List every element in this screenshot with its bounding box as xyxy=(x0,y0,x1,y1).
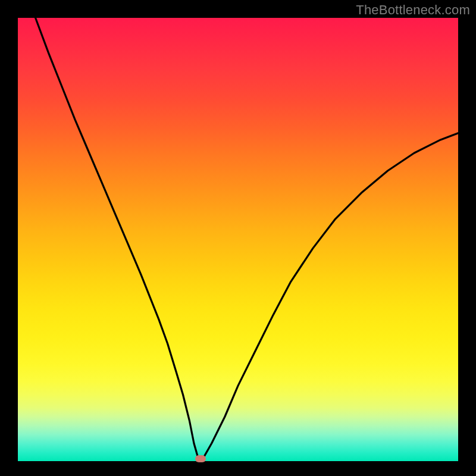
minimum-marker xyxy=(195,455,206,462)
chart-stage: TheBottleneck.com xyxy=(0,0,476,476)
curve-layer xyxy=(18,18,458,461)
bottleneck-curve-path xyxy=(36,18,458,459)
watermark-text: TheBottleneck.com xyxy=(356,2,470,18)
